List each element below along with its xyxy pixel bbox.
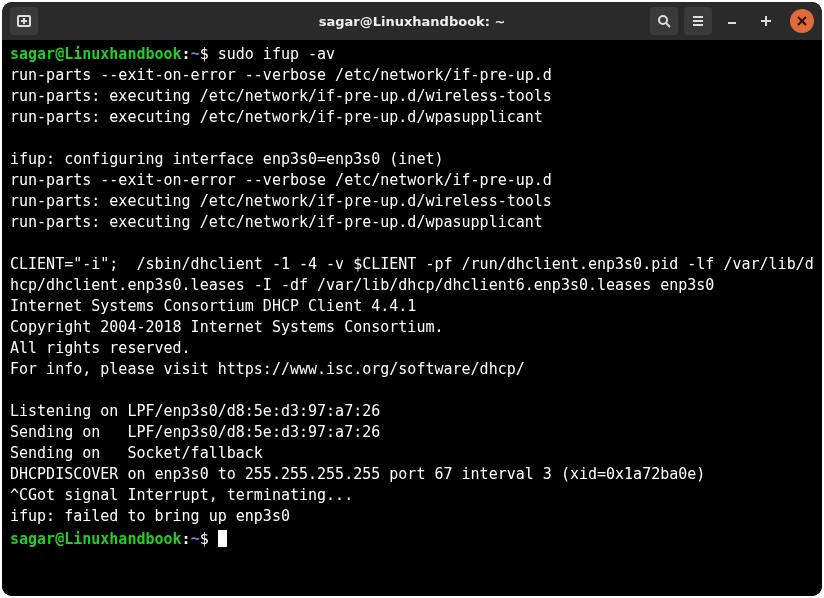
command-text: sudo ifup -av [218, 45, 335, 63]
close-button[interactable] [790, 9, 814, 33]
new-tab-button[interactable] [10, 7, 38, 35]
output-line: CLIENT="-i"; /sbin/dhclient -1 -4 -v $CL… [10, 255, 814, 294]
minimize-button[interactable] [718, 7, 746, 35]
output-line: Copyright 2004-2018 Internet Systems Con… [10, 318, 443, 336]
svg-point-3 [659, 16, 667, 24]
prompt-user-host: sagar@Linuxhandbook [10, 530, 182, 548]
output-line: run-parts: executing /etc/network/if-pre… [10, 192, 552, 210]
output-line: Internet Systems Consortium DHCP Client … [10, 297, 416, 315]
output-line: ^CGot signal Interrupt, terminating... [10, 486, 353, 504]
prompt-cwd: ~ [191, 45, 200, 63]
output-line: run-parts --exit-on-error --verbose /etc… [10, 66, 552, 84]
prompt-user-host: sagar@Linuxhandbook [10, 45, 182, 63]
prompt-colon: : [182, 45, 191, 63]
terminal-area[interactable]: sagar@Linuxhandbook:~$ sudo ifup -av run… [2, 40, 822, 596]
prompt-colon: : [182, 530, 191, 548]
output-line: run-parts: executing /etc/network/if-pre… [10, 213, 543, 231]
output-line: run-parts: executing /etc/network/if-pre… [10, 87, 552, 105]
output-line: Sending on Socket/fallback [10, 444, 263, 462]
output-line: ifup: configuring interface enp3s0=enp3s… [10, 150, 443, 168]
prompt-cwd: ~ [191, 530, 200, 548]
cursor [218, 530, 227, 547]
menu-button[interactable] [684, 7, 712, 35]
prompt-symbol: $ [200, 45, 209, 63]
svg-line-4 [666, 23, 670, 27]
output-line: Sending on LPF/enp3s0/d8:5e:d3:97:a7:26 [10, 423, 380, 441]
output-line: For info, please visit https://www.isc.o… [10, 360, 525, 378]
output-line: ifup: failed to bring up enp3s0 [10, 507, 290, 525]
output-line: All rights reserved. [10, 339, 191, 357]
terminal-window: sagar@Linuxhandbook: ~ [2, 2, 822, 596]
search-button[interactable] [650, 7, 678, 35]
output-line: run-parts --exit-on-error --verbose /etc… [10, 171, 552, 189]
prompt-symbol: $ [200, 530, 209, 548]
maximize-button[interactable] [752, 7, 780, 35]
output-line: DHCPDISCOVER on enp3s0 to 255.255.255.25… [10, 465, 705, 483]
output-line: Listening on LPF/enp3s0/d8:5e:d3:97:a7:2… [10, 402, 380, 420]
output-line: run-parts: executing /etc/network/if-pre… [10, 108, 543, 126]
titlebar: sagar@Linuxhandbook: ~ [2, 2, 822, 40]
